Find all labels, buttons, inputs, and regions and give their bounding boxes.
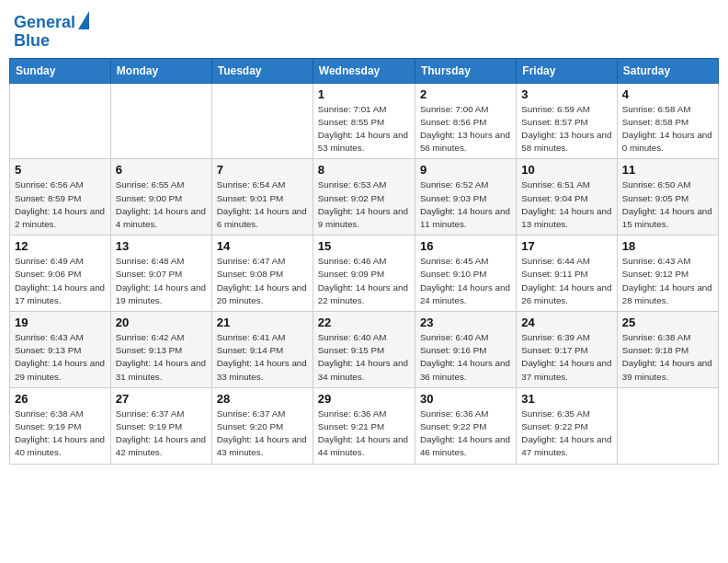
- calendar-week-1: 1Sunrise: 7:01 AMSunset: 8:55 PMDaylight…: [10, 83, 719, 159]
- day-number: 3: [521, 87, 611, 101]
- day-number: 28: [217, 392, 308, 406]
- calendar-cell: 10Sunrise: 6:51 AMSunset: 9:04 PMDayligh…: [517, 159, 617, 236]
- calendar-cell: 23Sunrise: 6:40 AMSunset: 9:16 PMDayligh…: [415, 312, 516, 388]
- calendar-cell: 24Sunrise: 6:39 AMSunset: 9:17 PMDayligh…: [517, 312, 617, 388]
- day-number: 7: [217, 163, 308, 177]
- day-info: Sunrise: 6:47 AMSunset: 9:08 PMDaylight:…: [217, 255, 308, 307]
- day-info: Sunrise: 6:59 AMSunset: 8:57 PMDaylight:…: [521, 103, 611, 155]
- calendar-cell: 22Sunrise: 6:40 AMSunset: 9:15 PMDayligh…: [313, 312, 415, 388]
- calendar-cell: 8Sunrise: 6:53 AMSunset: 9:02 PMDaylight…: [313, 159, 415, 236]
- calendar-header-row: SundayMondayTuesdayWednesdayThursdayFrid…: [10, 58, 719, 83]
- day-number: 18: [622, 239, 713, 253]
- day-info: Sunrise: 6:49 AMSunset: 9:06 PMDaylight:…: [15, 255, 106, 307]
- calendar-table: SundayMondayTuesdayWednesdayThursdayFrid…: [9, 58, 719, 465]
- day-number: 27: [116, 392, 207, 406]
- calendar-week-3: 12Sunrise: 6:49 AMSunset: 9:06 PMDayligh…: [10, 236, 719, 312]
- day-number: 2: [420, 87, 511, 101]
- day-number: 15: [318, 239, 410, 253]
- calendar-cell: 6Sunrise: 6:55 AMSunset: 9:00 PMDaylight…: [110, 159, 211, 236]
- day-number: 12: [15, 239, 106, 253]
- day-info: Sunrise: 6:45 AMSunset: 9:10 PMDaylight:…: [420, 255, 511, 307]
- day-info: Sunrise: 6:37 AMSunset: 9:19 PMDaylight:…: [116, 408, 207, 460]
- day-number: 8: [318, 163, 410, 177]
- day-info: Sunrise: 6:53 AMSunset: 9:02 PMDaylight:…: [318, 178, 410, 231]
- calendar-cell: [110, 83, 211, 159]
- day-info: Sunrise: 6:39 AMSunset: 9:17 PMDaylight:…: [521, 331, 611, 384]
- day-info: Sunrise: 6:55 AMSunset: 9:00 PMDaylight:…: [116, 178, 207, 231]
- calendar-cell: 28Sunrise: 6:37 AMSunset: 9:20 PMDayligh…: [211, 387, 313, 464]
- day-info: Sunrise: 6:43 AMSunset: 9:12 PMDaylight:…: [622, 255, 713, 307]
- day-info: Sunrise: 6:35 AMSunset: 9:22 PMDaylight:…: [521, 408, 611, 460]
- day-number: 19: [15, 316, 106, 329]
- day-number: 9: [420, 163, 511, 177]
- day-info: Sunrise: 6:41 AMSunset: 9:14 PMDaylight:…: [217, 331, 308, 384]
- day-info: Sunrise: 6:37 AMSunset: 9:20 PMDaylight:…: [217, 408, 308, 460]
- day-info: Sunrise: 6:48 AMSunset: 9:07 PMDaylight:…: [116, 255, 207, 307]
- calendar-cell: 7Sunrise: 6:54 AMSunset: 9:01 PMDaylight…: [211, 159, 313, 236]
- logo-icon: [78, 11, 89, 29]
- header-cell-wednesday: Wednesday: [313, 58, 415, 83]
- logo: General Blue: [14, 14, 89, 51]
- day-number: 1: [318, 87, 410, 101]
- day-info: Sunrise: 6:51 AMSunset: 9:04 PMDaylight:…: [521, 178, 611, 231]
- calendar-cell: [211, 83, 313, 159]
- day-number: 25: [622, 316, 713, 329]
- day-number: 16: [420, 239, 511, 253]
- day-number: 20: [116, 316, 207, 329]
- day-info: Sunrise: 7:00 AMSunset: 8:56 PMDaylight:…: [420, 103, 511, 155]
- calendar-cell: 21Sunrise: 6:41 AMSunset: 9:14 PMDayligh…: [211, 312, 313, 388]
- calendar-cell: [617, 387, 718, 464]
- header-cell-sunday: Sunday: [10, 58, 111, 83]
- calendar-week-5: 26Sunrise: 6:38 AMSunset: 9:19 PMDayligh…: [10, 387, 719, 464]
- day-number: 29: [318, 392, 410, 406]
- day-number: 13: [116, 239, 207, 253]
- calendar-cell: 16Sunrise: 6:45 AMSunset: 9:10 PMDayligh…: [415, 236, 516, 312]
- calendar-cell: [10, 83, 111, 159]
- calendar-cell: 9Sunrise: 6:52 AMSunset: 9:03 PMDaylight…: [415, 159, 516, 236]
- calendar-cell: 13Sunrise: 6:48 AMSunset: 9:07 PMDayligh…: [110, 236, 211, 312]
- day-info: Sunrise: 6:40 AMSunset: 9:16 PMDaylight:…: [420, 331, 511, 384]
- day-info: Sunrise: 6:54 AMSunset: 9:01 PMDaylight:…: [217, 178, 308, 231]
- calendar-cell: 2Sunrise: 7:00 AMSunset: 8:56 PMDaylight…: [415, 83, 516, 159]
- day-number: 24: [521, 316, 611, 329]
- day-info: Sunrise: 6:50 AMSunset: 9:05 PMDaylight:…: [622, 178, 713, 231]
- day-info: Sunrise: 6:38 AMSunset: 9:19 PMDaylight:…: [15, 408, 106, 460]
- day-number: 17: [521, 239, 611, 253]
- calendar-cell: 1Sunrise: 7:01 AMSunset: 8:55 PMDaylight…: [313, 83, 415, 159]
- day-info: Sunrise: 7:01 AMSunset: 8:55 PMDaylight:…: [318, 103, 410, 155]
- calendar-cell: 26Sunrise: 6:38 AMSunset: 9:19 PMDayligh…: [10, 387, 111, 464]
- day-info: Sunrise: 6:40 AMSunset: 9:15 PMDaylight:…: [318, 331, 410, 384]
- day-info: Sunrise: 6:44 AMSunset: 9:11 PMDaylight:…: [521, 255, 611, 307]
- calendar-week-2: 5Sunrise: 6:56 AMSunset: 8:59 PMDaylight…: [10, 159, 719, 236]
- calendar-cell: 11Sunrise: 6:50 AMSunset: 9:05 PMDayligh…: [617, 159, 718, 236]
- calendar-cell: 27Sunrise: 6:37 AMSunset: 9:19 PMDayligh…: [110, 387, 211, 464]
- logo-text: General: [14, 14, 75, 32]
- day-info: Sunrise: 6:46 AMSunset: 9:09 PMDaylight:…: [318, 255, 410, 307]
- calendar-cell: 25Sunrise: 6:38 AMSunset: 9:18 PMDayligh…: [617, 312, 718, 388]
- day-number: 23: [420, 316, 511, 329]
- calendar-cell: 17Sunrise: 6:44 AMSunset: 9:11 PMDayligh…: [517, 236, 617, 312]
- day-number: 4: [622, 87, 713, 101]
- header-cell-tuesday: Tuesday: [211, 58, 313, 83]
- day-info: Sunrise: 6:43 AMSunset: 9:13 PMDaylight:…: [15, 331, 106, 384]
- day-number: 10: [521, 163, 611, 177]
- day-info: Sunrise: 6:38 AMSunset: 9:18 PMDaylight:…: [622, 331, 713, 384]
- header-cell-saturday: Saturday: [617, 58, 718, 83]
- day-number: 30: [420, 392, 511, 406]
- day-number: 22: [318, 316, 410, 329]
- header-cell-friday: Friday: [517, 58, 617, 83]
- logo-subtext: Blue: [14, 32, 50, 51]
- day-number: 5: [15, 163, 106, 177]
- calendar-cell: 4Sunrise: 6:58 AMSunset: 8:58 PMDaylight…: [617, 83, 718, 159]
- day-number: 14: [217, 239, 308, 253]
- calendar-cell: 19Sunrise: 6:43 AMSunset: 9:13 PMDayligh…: [10, 312, 111, 388]
- calendar-week-4: 19Sunrise: 6:43 AMSunset: 9:13 PMDayligh…: [10, 312, 719, 388]
- day-info: Sunrise: 6:36 AMSunset: 9:21 PMDaylight:…: [318, 408, 410, 460]
- calendar-cell: 15Sunrise: 6:46 AMSunset: 9:09 PMDayligh…: [313, 236, 415, 312]
- calendar-cell: 29Sunrise: 6:36 AMSunset: 9:21 PMDayligh…: [313, 387, 415, 464]
- calendar-cell: 31Sunrise: 6:35 AMSunset: 9:22 PMDayligh…: [517, 387, 617, 464]
- page-header: General Blue: [9, 9, 719, 51]
- header-cell-monday: Monday: [110, 58, 211, 83]
- day-info: Sunrise: 6:56 AMSunset: 8:59 PMDaylight:…: [15, 178, 106, 231]
- day-number: 21: [217, 316, 308, 329]
